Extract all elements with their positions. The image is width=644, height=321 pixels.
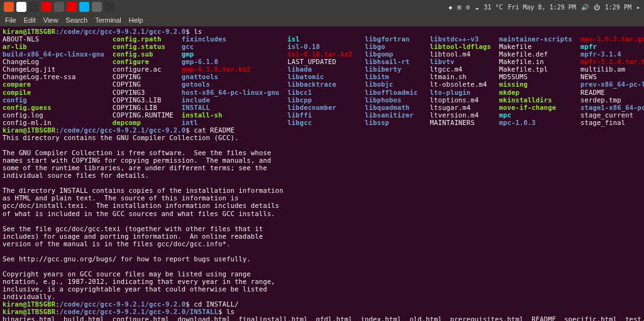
- firefox-icon[interactable]: [16, 2, 26, 12]
- menu-help[interactable]: Help: [129, 16, 143, 24]
- taskbar-icons: [4, 2, 114, 12]
- opera-icon[interactable]: [42, 2, 52, 12]
- tray-indicator-icon[interactable]: ⊞: [457, 4, 461, 11]
- speaker-icon[interactable]: 🔊: [581, 4, 589, 11]
- weather-icon[interactable]: ☁: [475, 4, 479, 11]
- system-tray: ◆ ⊞ ⚙ ☁ 31 °C Fri May 8, 1:29 PM 🔊 ⏻ 1:2…: [448, 4, 640, 11]
- files-icon[interactable]: [54, 2, 64, 12]
- app-icon[interactable]: [4, 2, 14, 12]
- tray-indicator-icon[interactable]: ⚙: [466, 4, 470, 11]
- menu-edit[interactable]: Edit: [24, 16, 36, 24]
- date-text: Fri May 8, 1:29 PM: [508, 4, 575, 11]
- temperature-text: 31 °C: [484, 4, 502, 11]
- network-icon[interactable]: ⏻: [594, 4, 600, 11]
- menu-terminal[interactable]: Terminal: [95, 16, 121, 24]
- menu-file[interactable]: File: [5, 16, 16, 24]
- terminal-menubar: File Edit View Search Terminal Help: [0, 14, 644, 26]
- vivaldi-icon[interactable]: [67, 2, 77, 12]
- editor-icon[interactable]: [92, 2, 102, 12]
- terminal-icon[interactable]: [104, 2, 114, 12]
- menu-view[interactable]: View: [43, 16, 58, 24]
- clock-text: 1:29 PM: [605, 4, 631, 11]
- menu-search[interactable]: Search: [65, 16, 87, 24]
- chrome-icon[interactable]: [29, 2, 39, 12]
- tray-indicator-icon[interactable]: ◆: [448, 4, 452, 11]
- gnome-top-bar: ◆ ⊞ ⚙ ☁ 31 °C Fri May 8, 1:29 PM 🔊 ⏻ 1:2…: [0, 0, 644, 14]
- terminal-viewport[interactable]: kiran@1TBSGBR:/code/gcc/gcc-9-9.2.1/gcc-…: [0, 26, 644, 321]
- power-icon[interactable]: ▸: [636, 4, 640, 11]
- skype-icon[interactable]: [79, 2, 89, 12]
